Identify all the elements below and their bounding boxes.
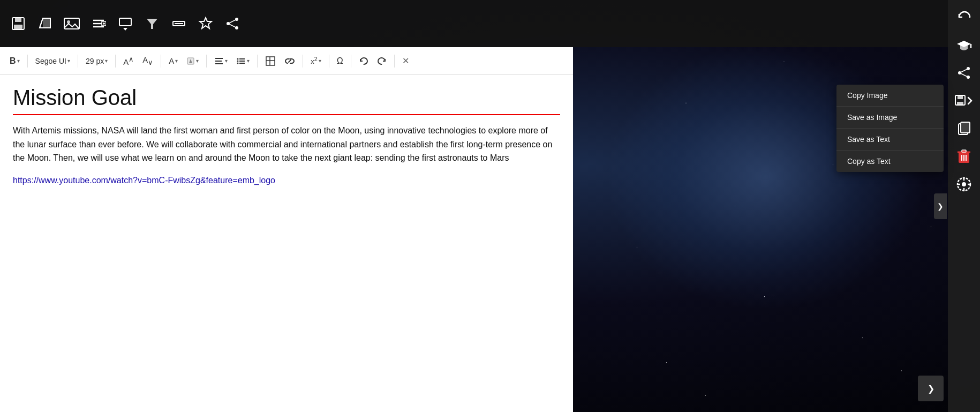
top-toolbar xyxy=(0,0,980,47)
svg-line-5 xyxy=(40,18,43,28)
svg-marker-18 xyxy=(147,19,157,29)
svg-rect-50 xyxy=(957,102,963,105)
font-color-button[interactable]: A ▾ xyxy=(165,54,181,68)
save-as-image-item[interactable]: Save as Image xyxy=(836,107,944,129)
divider3 xyxy=(115,55,116,68)
save-sidebar-icon xyxy=(955,95,966,107)
list-format-button[interactable]: ▾ xyxy=(233,54,253,68)
share-sidebar-icon[interactable] xyxy=(951,60,977,86)
undo-button[interactable] xyxy=(356,54,372,68)
collapse-arrow-icon: ❯ xyxy=(937,202,944,211)
font-name-label: Segoe UI xyxy=(35,57,66,65)
bold-label: B xyxy=(10,56,16,66)
svg-rect-38 xyxy=(266,57,275,65)
star-icon[interactable] xyxy=(194,12,217,35)
editor-link[interactable]: https://www.youtube.com/watch?v=bmC-Fwib… xyxy=(13,176,560,185)
graduation-cap-icon[interactable] xyxy=(951,32,977,58)
redo-button[interactable] xyxy=(374,54,390,68)
copy-as-text-item[interactable]: Copy as Text xyxy=(836,151,944,172)
decrease-font-label: A∨ xyxy=(142,55,153,66)
divider4 xyxy=(161,55,161,68)
format-toolbar: B ▾ Segoe UI ▾ 29 px ▾ A∧ A∨ A ▾ ▾ ▾ xyxy=(0,47,573,75)
svg-rect-52 xyxy=(961,122,970,133)
svg-point-34 xyxy=(237,60,239,62)
redo-icon xyxy=(377,56,387,66)
link-icon xyxy=(284,56,295,66)
svg-line-47 xyxy=(960,73,968,77)
svg-rect-1 xyxy=(15,18,21,22)
image-icon[interactable] xyxy=(60,12,84,35)
close-format-button[interactable]: ✕ xyxy=(399,54,412,68)
expand-arrow-icon: ❯ xyxy=(928,384,934,394)
expand-panel-button[interactable]: ❯ xyxy=(918,376,944,401)
list-icon[interactable] xyxy=(87,12,110,35)
dropdown-icon[interactable] xyxy=(114,12,137,35)
filter-icon[interactable] xyxy=(140,12,164,35)
collapse-panel-arrow[interactable]: ❯ xyxy=(934,193,947,219)
divider10 xyxy=(394,55,395,68)
divider8 xyxy=(329,55,329,68)
increase-font-label: A∧ xyxy=(123,55,134,66)
svg-marker-17 xyxy=(123,28,127,31)
omega-button[interactable]: Ω xyxy=(334,54,346,68)
circular-settings-icon[interactable] xyxy=(951,171,977,197)
close-format-label: ✕ xyxy=(402,56,409,66)
table-button[interactable] xyxy=(262,54,279,69)
svg-point-32 xyxy=(237,58,239,59)
svg-line-46 xyxy=(960,69,968,73)
save-icon[interactable] xyxy=(6,12,30,35)
svg-marker-21 xyxy=(200,18,212,28)
copy-image-item[interactable]: Copy Image xyxy=(836,85,944,107)
align-button[interactable]: ▾ xyxy=(211,54,231,68)
table-icon xyxy=(265,56,276,66)
minus-icon[interactable] xyxy=(167,12,191,35)
context-menu: Copy Image Save as Image Save as Text Co… xyxy=(836,85,944,172)
svg-rect-2 xyxy=(14,25,22,29)
svg-point-60 xyxy=(962,182,966,186)
divider9 xyxy=(351,55,351,68)
editor-title[interactable]: Mission Goal xyxy=(13,86,560,115)
decrease-font-button[interactable]: A∨ xyxy=(139,53,156,69)
svg-rect-15 xyxy=(119,18,131,26)
right-sidebar xyxy=(948,0,980,412)
save-expand-button[interactable] xyxy=(949,88,978,114)
svg-rect-7 xyxy=(64,18,79,29)
editor-content[interactable]: With Artemis missions, NASA will land th… xyxy=(13,124,560,165)
font-color-label: A xyxy=(169,56,174,65)
eraser-icon[interactable] xyxy=(33,12,57,35)
refresh-icon[interactable] xyxy=(951,4,977,30)
superscript-label: x2 xyxy=(311,56,318,65)
divider6 xyxy=(257,55,258,68)
delete-sidebar-icon[interactable] xyxy=(951,144,977,169)
svg-line-26 xyxy=(228,24,237,28)
highlight-button[interactable]: ▾ xyxy=(183,55,202,68)
link-button[interactable] xyxy=(281,54,298,69)
undo-icon xyxy=(359,56,368,66)
copy-sidebar-icon[interactable] xyxy=(951,116,977,141)
save-as-text-item[interactable]: Save as Text xyxy=(836,129,944,151)
align-icon xyxy=(214,56,224,66)
font-size-selector[interactable]: 29 px ▾ xyxy=(82,55,111,68)
list-format-icon xyxy=(236,56,246,66)
divider2 xyxy=(78,55,78,68)
editor-area[interactable]: Mission Goal With Artemis missions, NASA… xyxy=(0,75,573,412)
divider5 xyxy=(206,55,207,68)
share-icon[interactable] xyxy=(221,12,244,35)
superscript-button[interactable]: x2 ▾ xyxy=(307,54,325,68)
expand-right-icon xyxy=(967,95,973,107)
svg-rect-55 xyxy=(962,150,966,152)
highlight-icon xyxy=(186,57,195,65)
svg-line-25 xyxy=(228,19,237,24)
font-name-selector[interactable]: Segoe UI ▾ xyxy=(32,55,73,68)
svg-marker-6 xyxy=(43,18,50,28)
font-size-label: 29 px xyxy=(86,57,104,65)
divider1 xyxy=(27,55,28,68)
omega-label: Ω xyxy=(337,56,343,66)
divider7 xyxy=(303,55,303,68)
increase-font-button[interactable]: A∧ xyxy=(120,53,137,69)
svg-rect-49 xyxy=(958,95,963,99)
bold-button[interactable]: B ▾ xyxy=(6,54,23,68)
svg-point-36 xyxy=(237,62,239,64)
